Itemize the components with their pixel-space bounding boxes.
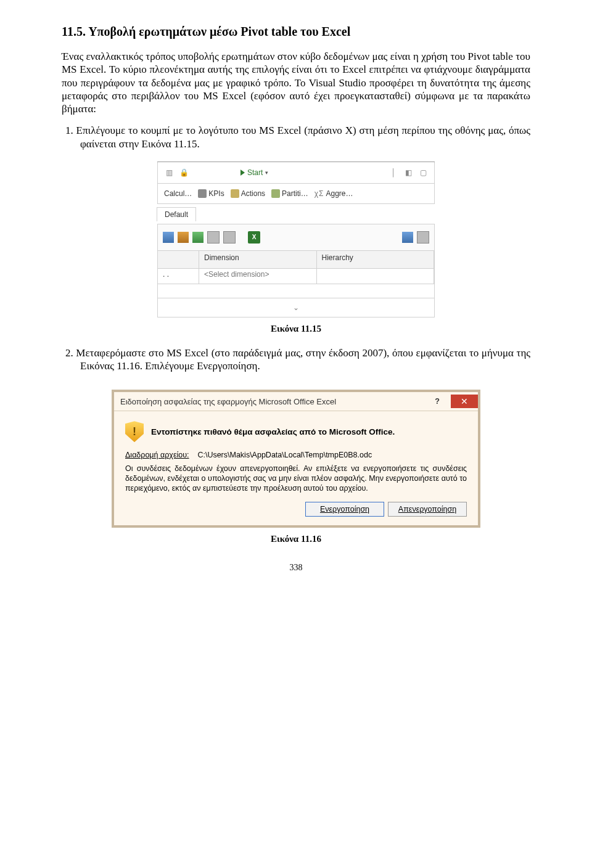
close-icon: ✕: [461, 396, 468, 406]
col-dimension: Dimension: [199, 251, 317, 268]
row-handle-header: [158, 251, 199, 268]
caret-down-icon: ▾: [265, 170, 268, 176]
enable-button[interactable]: Ενεργοποίηση: [305, 502, 384, 517]
step-1-num: 1.: [65, 125, 73, 136]
close-button[interactable]: ✕: [451, 395, 478, 408]
figure-vs-toolbar: ▥ 🔒 Start ▾ │ ◧ ▢ Calcul… KPIs Actions P…: [157, 162, 435, 317]
tab-actions-label: Actions: [241, 189, 265, 198]
step-2-text: Μεταφερόμαστε στο MS Excel (στο παράδειγ…: [76, 347, 530, 372]
step-2-num: 2.: [65, 347, 73, 359]
page-number: 338: [62, 563, 530, 573]
tab-aggregations-label: Aggre…: [326, 189, 353, 198]
step-1: 1. Επιλέγουμε το κουμπί με το λογότυπο τ…: [62, 124, 530, 150]
step-1-text: Επιλέγουμε το κουμπί με το λογότυπο του …: [76, 125, 530, 149]
toolbar-sep: │: [388, 168, 398, 178]
tab-kpis-label: KPIs: [208, 189, 224, 198]
tool-icon-r1[interactable]: [402, 232, 413, 243]
tab-calculations-label: Calcul…: [164, 189, 192, 198]
disable-button[interactable]: Απενεργοποίηση: [388, 502, 467, 517]
partitions-icon: [271, 189, 280, 198]
tab-actions[interactable]: Actions: [231, 189, 265, 198]
lock-icon: 🔒: [179, 168, 189, 178]
tab-kpis[interactable]: KPIs: [198, 189, 224, 198]
tab-partitions[interactable]: Partiti…: [271, 189, 308, 198]
toolbar-icon-2: ◧: [403, 168, 413, 178]
col-hierarchy: Hierarchy: [317, 251, 435, 268]
tool-icon-r2[interactable]: [417, 231, 429, 244]
tab-default[interactable]: Default: [157, 207, 196, 221]
actions-icon: [231, 189, 239, 198]
tab-calculations[interactable]: Calcul…: [164, 189, 192, 198]
start-label: Start: [247, 168, 263, 177]
tool-icon-4[interactable]: [207, 231, 220, 244]
select-dimension-cell[interactable]: <Select dimension>: [199, 269, 317, 284]
tool-icon-1[interactable]: [163, 232, 174, 243]
tab-aggregations[interactable]: χΣ Aggre…: [314, 189, 353, 198]
figure-caption-1: Εικόνα 11.15: [62, 324, 530, 334]
step-2: 2. Μεταφερόμαστε στο MS Excel (στο παράδ…: [62, 346, 530, 373]
empty-row: [157, 284, 435, 298]
kpis-icon: [198, 189, 207, 198]
row-dots: . .: [158, 269, 199, 284]
hierarchy-cell[interactable]: [317, 269, 435, 284]
file-path-label: Διαδρομή αρχείου:: [125, 451, 189, 459]
play-icon: [240, 170, 245, 176]
tool-icon-2[interactable]: [178, 232, 189, 243]
file-path-value: C:\Users\Makis\AppData\Local\Temp\tmpE0B…: [197, 451, 372, 459]
tool-icon-5[interactable]: [223, 231, 236, 244]
help-button[interactable]: ?: [424, 397, 451, 406]
start-button[interactable]: Start ▾: [236, 167, 273, 178]
intro-paragraph: Ένας εναλλακτικός τρόπος υποβολής ερωτημ…: [62, 50, 530, 115]
dialog-title: Ειδοποίηση ασφαλείας της εφαρμογής Micro…: [120, 397, 424, 406]
figure-caption-2: Εικόνα 11.16: [62, 534, 530, 544]
tool-icon-3[interactable]: [192, 232, 204, 243]
excel-icon[interactable]: X: [248, 231, 260, 244]
tab-partitions-label: Partiti…: [282, 189, 308, 198]
toolbar-icon-1: ▥: [164, 168, 174, 178]
disable-button-label: Απενεργοποίηση: [398, 505, 456, 514]
dialog-message: Οι συνδέσεις δεδομένων έχουν απενεργοποι…: [125, 464, 467, 493]
toolbar-icon-3: ▢: [418, 168, 428, 178]
chevron-down-icon[interactable]: ⌄: [293, 303, 299, 312]
section-heading: 11.5. Υποβολή ερωτημάτων μέσω Pivot tabl…: [62, 25, 530, 39]
file-path-line: Διαδρομή αρχείου: C:\Users\Makis\AppData…: [125, 451, 467, 459]
dialog-titlebar: Ειδοποίηση ασφαλείας της εφαρμογής Micro…: [114, 392, 478, 411]
dialog-heading: Εντοπίστηκε πιθανό θέμα ασφαλείας από το…: [151, 427, 395, 436]
shield-icon: !: [125, 421, 144, 442]
figure-security-dialog: Ειδοποίηση ασφαλείας της εφαρμογής Micro…: [112, 390, 480, 528]
aggre-icon: χΣ: [314, 189, 324, 198]
enable-button-label: Ενεργοποίηση: [320, 505, 369, 514]
